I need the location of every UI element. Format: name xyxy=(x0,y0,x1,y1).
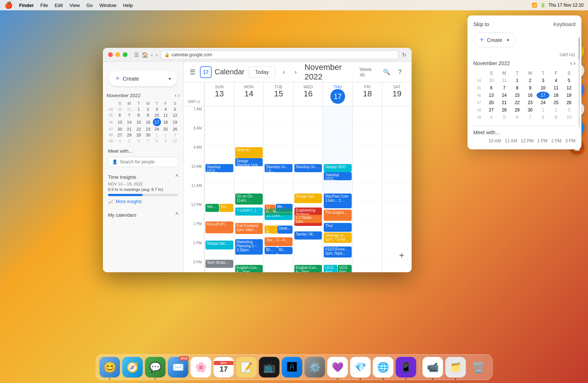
mini-cal-prev[interactable]: ‹ xyxy=(175,92,177,98)
cal-day[interactable]: 20 xyxy=(115,126,125,132)
dock-messages[interactable]: 💬 xyxy=(145,357,166,377)
popup-day[interactable]: 24 xyxy=(537,99,549,106)
saturday-col[interactable] xyxy=(382,106,412,272)
monday-col[interactable]: Strat se... Setapp Standup Ucb... On on … xyxy=(234,106,264,272)
dock-mail[interactable]: ✉️ 2919 xyxy=(168,357,189,377)
event-11-wed[interactable]: 1:1 Natae 1pm, xyxy=(294,215,322,223)
popup-day[interactable]: 15 xyxy=(511,92,524,99)
cal-day[interactable]: 5 xyxy=(170,106,180,112)
dock-slack[interactable]: 💜 xyxy=(327,357,348,377)
thursday-col[interactable]: Setapp SEO Standup UCG... MacPaw Core 11… xyxy=(323,106,352,272)
cal-day[interactable]: 9 xyxy=(143,112,153,118)
cal-day[interactable]: 10 xyxy=(170,138,180,144)
dock-zoom[interactable]: 📹 xyxy=(423,357,443,377)
wednesday-col[interactable]: Standup Uc... Design ops Engineering Str… xyxy=(293,106,323,272)
popup-day[interactable]: 23 xyxy=(524,99,537,106)
cal-day[interactable]: 14 xyxy=(125,118,134,126)
cal-day[interactable]: 3 xyxy=(153,106,161,112)
dock-sketch[interactable]: 💎 xyxy=(350,357,371,377)
file-menu[interactable]: File xyxy=(40,3,48,8)
cal-day[interactable]: 30 xyxy=(143,132,153,138)
popup-day[interactable]: 9 xyxy=(524,84,537,92)
event-setapp-sun[interactable]: Set... xyxy=(205,204,219,212)
event-lunch-mon[interactable]: + Lunch (...) xyxy=(235,208,263,216)
apple-menu[interactable]: 🍎 xyxy=(4,1,12,9)
dock-safari[interactable]: 🧭 xyxy=(122,357,143,377)
event-strategy-thu[interactable]: Strategy m... 1pm, *-2-Ne... xyxy=(324,233,352,243)
popup-scrollbar[interactable] xyxy=(578,38,580,127)
friday-col[interactable] xyxy=(352,106,382,272)
search-people-input[interactable]: 👤 Search for people xyxy=(108,157,178,167)
popup-day[interactable]: 20 xyxy=(485,99,498,106)
go-menu[interactable]: Go xyxy=(86,3,93,8)
event-bc2-tue[interactable]: Bc... xyxy=(277,247,293,254)
popup-day[interactable]: 14 xyxy=(498,92,510,99)
app-name-menu[interactable]: Finder xyxy=(19,3,34,8)
cal-day[interactable]: 28 xyxy=(125,132,134,138)
event-engine-thu[interactable]: The Engine... xyxy=(324,210,352,221)
event-11b-tue[interactable]: B... M... xyxy=(265,209,293,215)
cal-day[interactable]: 8 xyxy=(153,138,161,144)
dock-chrome[interactable]: 🌐 xyxy=(373,357,394,377)
time-insights-toggle[interactable]: ^ xyxy=(175,174,178,180)
back-icon[interactable]: ‹ xyxy=(151,52,153,58)
cal-day[interactable]: 11 xyxy=(161,112,171,118)
popup-day[interactable]: 19 xyxy=(563,92,576,99)
cal-day[interactable]: 21 xyxy=(125,126,134,132)
popup-day[interactable]: 3 xyxy=(563,106,576,114)
event-english-wed[interactable]: English-Con... 4 – 5pm xyxy=(294,265,322,272)
event-full-frontend-mon[interactable]: Full Frontend 1pm, https... xyxy=(235,223,263,234)
cal-day[interactable]: 4 xyxy=(161,106,171,112)
popup-day[interactable]: 12 xyxy=(563,84,576,92)
cal-day[interactable]: 18 xyxy=(161,118,171,126)
cal-day[interactable]: 6 xyxy=(115,112,125,118)
popup-day[interactable]: 8 xyxy=(537,114,549,121)
popup-cal-prev[interactable]: ‹ xyxy=(570,60,572,67)
popup-day[interactable]: 22 xyxy=(511,99,524,106)
cal-day[interactable]: 2 xyxy=(161,132,171,138)
popup-cal-next[interactable]: › xyxy=(574,60,576,67)
event-lec-tue[interactable]: Лек... 3 – 4... xyxy=(265,237,293,246)
event-kickoff-sun[interactable]: Kick-off (Pr... xyxy=(205,221,233,233)
event-setapp-seo-thu[interactable]: Setapp SEO xyxy=(324,164,352,172)
dock-bezel[interactable]: 📱 xyxy=(396,357,416,377)
dock-appletv[interactable]: 📺 xyxy=(259,357,280,377)
sun-num[interactable]: 13 xyxy=(205,89,233,99)
popup-day[interactable]: 18 xyxy=(549,92,562,99)
popup-day[interactable]: 29 xyxy=(511,106,524,114)
mon-num[interactable]: 14 xyxy=(235,89,263,99)
cal-day[interactable]: 2 xyxy=(143,106,153,112)
sat-num[interactable]: 19 xyxy=(383,89,411,99)
event-desk-tue[interactable]: Desk... xyxy=(277,226,293,234)
cal-day[interactable]: 23 xyxy=(143,126,153,132)
view-menu[interactable]: View xyxy=(69,3,80,8)
popup-day[interactable]: 27 xyxy=(485,106,498,114)
dock-notes[interactable]: 📝 xyxy=(236,357,257,377)
cal-day[interactable]: 31 xyxy=(125,106,134,112)
edit-menu[interactable]: Edit xyxy=(55,3,63,8)
cal-day[interactable]: 4 xyxy=(115,138,125,144)
minimize-button[interactable] xyxy=(115,52,120,57)
cal-day[interactable]: 24 xyxy=(153,126,161,132)
popup-day[interactable]: 13 xyxy=(485,92,498,99)
thu-num-today[interactable]: 17 xyxy=(330,89,345,104)
popup-day[interactable]: 16 xyxy=(524,92,537,99)
cal-day[interactable]: 12 xyxy=(170,112,180,118)
forward-icon[interactable]: › xyxy=(156,52,158,58)
cal-day[interactable]: 27 xyxy=(115,132,125,138)
home-icon[interactable]: 🏠 xyxy=(142,52,148,58)
next-week-button[interactable]: › xyxy=(291,67,301,77)
event-standup-sun[interactable]: Standup UCG... xyxy=(205,164,233,172)
mini-cal-next[interactable]: › xyxy=(178,92,180,98)
cal-day[interactable]: 19 xyxy=(170,118,180,126)
cal-day[interactable]: 1 xyxy=(134,106,143,112)
dock-appstore[interactable]: 🅰 xyxy=(282,357,302,377)
popup-day[interactable]: 4 xyxy=(549,77,562,84)
popup-day[interactable]: 30 xyxy=(485,77,498,84)
search-button[interactable]: 🔍 xyxy=(381,66,392,78)
more-insights-button[interactable]: 📈 More insights xyxy=(108,199,142,204)
popup-day[interactable]: 1 xyxy=(511,77,524,84)
cal-day[interactable]: 6 xyxy=(134,138,143,144)
event-design-wed[interactable]: Design ops xyxy=(294,194,322,203)
cal-day[interactable]: 7 xyxy=(143,138,153,144)
